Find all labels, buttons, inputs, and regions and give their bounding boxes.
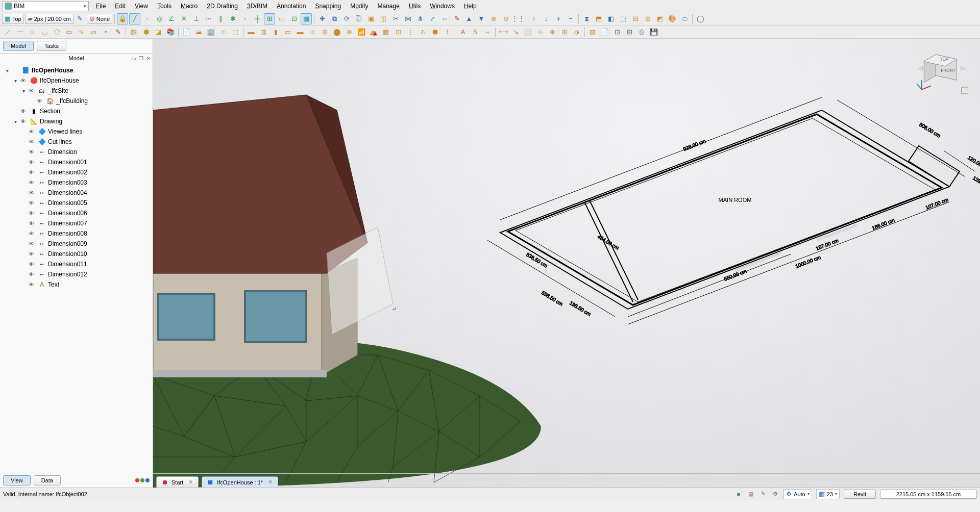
tree-item-dimension010[interactable]: 👁↔Dimension010 [1,249,152,259]
visibility-icon[interactable]: 👁 [20,108,28,114]
snap-angle[interactable]: ∠ [166,13,177,24]
visibility-icon[interactable]: 👁 [29,200,36,206]
tab-data[interactable]: Data [34,475,61,485]
menu-file[interactable]: File [92,2,110,11]
doc-tab-start[interactable]: ⏺ Start ✕ [156,476,199,488]
compound2[interactable]: ⊞ [642,13,653,24]
add-tool[interactable]: ⊕ [488,13,499,24]
equip-tool[interactable]: ⬣ [429,27,440,38]
snap-extension[interactable]: ⋯ [203,13,214,24]
twisty-icon[interactable]: ▾ [20,88,27,94]
menu-3d[interactable]: 3D/BIM [243,2,272,11]
glue-tool[interactable]: ⬭ [679,13,690,24]
page-tool[interactable]: 📄 [599,27,610,38]
split-tool[interactable]: ⋔ [414,13,426,24]
rotate-tool[interactable]: ⟳ [341,13,352,24]
bspline-tool[interactable]: ∿ [76,27,87,38]
visibility-icon[interactable]: 👁 [29,281,36,288]
visibility-icon[interactable]: 👁 [29,210,36,216]
tab-tasks[interactable]: Tasks [37,41,66,51]
sect-tool[interactable]: ⬗ [571,27,582,38]
library-tool[interactable]: 📚 [165,27,176,38]
visibility-icon[interactable]: 👁 [29,139,36,145]
diff-tool[interactable]: ◧ [605,13,617,24]
tdview-tool[interactable]: ⊟ [624,27,635,38]
bezier-tool[interactable]: ᔕ [88,27,99,38]
rect-tool[interactable]: ▭ [63,27,75,38]
truss-tool[interactable]: ⩚ [417,27,428,38]
move-tool[interactable]: ✥ [316,13,328,24]
snap-midpoint[interactable]: ⋅ [141,13,153,24]
circle-tool[interactable]: ○ [27,27,38,38]
array-tool[interactable]: ⋮⋮ [512,13,524,24]
visibility-icon[interactable]: 👁 [20,78,28,84]
window-tool[interactable]: ⊞ [319,27,330,38]
wall-tool[interactable]: ▬ [246,27,257,38]
visibility-icon[interactable]: 👁 [29,169,36,175]
menu-modify[interactable]: Modify [346,2,372,11]
downgrade-tool[interactable]: ▼ [476,13,487,24]
tree-item-dimension004[interactable]: 👁↔Dimension004 [1,188,152,198]
tree-item-drawing[interactable]: ▾👁📐Drawing [1,116,152,126]
column-tool[interactable]: ▮ [270,27,281,38]
status-msg-icon[interactable]: ▤ [747,490,755,498]
fence-tool[interactable]: ⋮ [405,27,416,38]
grid-toggle[interactable]: ▦ [301,13,312,24]
axis-sys[interactable]: ⊕ [547,27,558,38]
tree-item-dimension003[interactable]: 👁↔Dimension003 [1,177,152,188]
snap-center[interactable]: ◎ [154,13,165,24]
menu-macro[interactable]: Macro [177,2,202,11]
stretch-tool[interactable]: ↔ [439,13,450,24]
visibility-icon[interactable]: 👁 [29,159,36,165]
snap-parallel[interactable]: ∥ [215,13,226,24]
arrow-up[interactable]: ↑ [528,13,540,24]
door-tool[interactable]: ⎅ [307,27,318,38]
doc-tab-ifcopenhouse[interactable]: ⏹ IfcOpenHouse : 1* ✕ [202,476,278,488]
sketch-tool[interactable]: ✎ [451,13,462,24]
join-tool[interactable]: ⋈ [402,13,413,24]
tab-view[interactable]: View [3,475,31,485]
close-icon[interactable]: ✕ [188,479,193,485]
level-tool[interactable]: ≡ [217,27,229,38]
navcube[interactable]: TOP FRONT ◁ ▷ [915,43,971,99]
help-tool[interactable]: ◯ [695,13,706,24]
view-tool[interactable]: ⊡ [611,27,623,38]
working-plane-button[interactable]: ▦ Top [2,14,24,24]
upgrade-tool[interactable]: ▲ [463,13,475,24]
colors-tool[interactable]: 🎨 [667,13,678,24]
tree-item-section[interactable]: 👁▮Section [1,106,152,116]
3d-viewport[interactable]: ⤾ [153,39,980,488]
tree-item--ifcbuilding[interactable]: 👁🏠_IfcBuilding [1,96,152,106]
tree-item-dimension002[interactable]: 👁↔Dimension002 [1,167,152,177]
snap-dims[interactable]: ⊡ [288,13,300,24]
menu-2d[interactable]: 2D Drafting [203,2,242,11]
extrude-tool[interactable]: ⬒ [593,13,604,24]
save-tool[interactable]: 💾 [648,27,659,38]
visibility-icon[interactable]: 👁 [29,180,36,186]
twisty-icon[interactable]: ▾ [12,119,18,124]
beam-tool[interactable]: ▭ [282,27,293,38]
autogroup-button[interactable]: ⊘ None [87,14,112,24]
offset-tool[interactable]: ▣ [365,13,377,24]
nav-style[interactable]: ✥ Auto ▾ [783,489,812,499]
twisty-icon[interactable]: ▾ [4,68,10,73]
tree-item-dimension009[interactable]: 👁↔Dimension009 [1,239,152,249]
compound-tool[interactable]: ⊟ [630,13,641,24]
remove-tool[interactable]: ⊖ [500,13,511,24]
tree-item-dimension011[interactable]: 👁↔Dimension011 [1,259,152,269]
site-tool[interactable]: ⛰ [193,27,204,38]
snap-grid[interactable]: ⊞ [264,13,275,24]
close-icon[interactable]: ✕ [268,479,273,485]
trim-tool[interactable]: ✂ [390,13,401,24]
menu-manage[interactable]: Manage [374,2,404,11]
status-edit-icon[interactable]: ✎ [759,490,767,498]
plane-cut[interactable]: ◩ [654,13,666,24]
menu-snapping[interactable]: Snapping [311,2,345,11]
frame-tool[interactable]: ⊡ [393,27,404,38]
visibility-icon[interactable]: 👁 [29,88,36,94]
slab-tool[interactable]: ▬ [295,27,306,38]
sketch2-tool[interactable]: ✎ [112,27,124,38]
line-style-button[interactable]: ▰ 2px | 20.00 cm [25,14,74,24]
visibility-icon[interactable]: 👁 [29,129,36,135]
menu-edit[interactable]: Edit [111,2,130,11]
